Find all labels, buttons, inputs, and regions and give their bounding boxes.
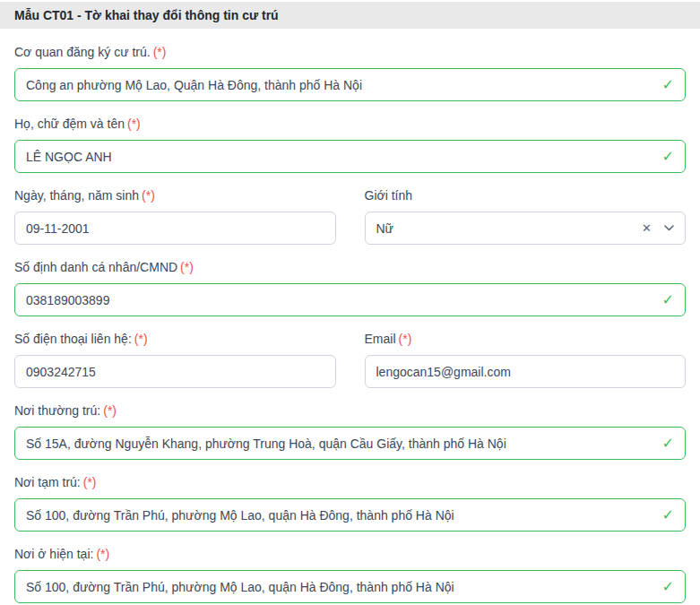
required-marker: (*) [103,403,117,418]
required-marker: (*) [83,475,97,489]
permanent-address-label: Nơi thường trú:(*) [14,402,686,420]
field-group-gender: Giới tính Nữ ✕ [365,186,687,245]
agency-label: Cơ quan đăng ký cư trú.(*) [14,43,686,62]
required-marker: (*) [153,45,167,59]
form-section-header: Mẫu CT01 - Tờ khai thay đổi thông tin cư… [0,2,700,29]
field-group-full-name: Họ, chữ đệm và tên(*) ✓ [14,115,686,173]
dob-input[interactable] [14,212,336,245]
required-marker: (*) [127,117,141,131]
full-name-label: Họ, chữ đệm và tên(*) [14,115,686,134]
field-group-permanent-address: Nơi thường trú:(*) ✓ [14,402,686,460]
current-address-label: Nơi ở hiện tại:(*) [14,545,686,564]
field-group-agency: Cơ quan đăng ký cư trú.(*) ✓ [14,43,686,101]
dob-input-wrap [14,212,336,245]
field-group-phone: Số điện thoại liên hệ:(*) [14,330,336,388]
required-marker: (*) [96,547,109,561]
required-marker: (*) [142,188,155,203]
permanent-address-input[interactable] [14,427,686,460]
clear-icon[interactable]: ✕ [642,222,652,234]
email-label: Email(*) [365,330,687,349]
required-marker: (*) [180,260,194,274]
ct01-declaration-form: Mẫu CT01 - Tờ khai thay đổi thông tin cư… [0,0,700,603]
required-marker: (*) [134,332,148,346]
temporary-address-input[interactable] [14,498,686,532]
form-body: Cơ quan đăng ký cư trú.(*) ✓ Họ, chữ đệm… [0,29,700,603]
id-number-label: Số định danh cá nhân/CMND(*) [14,258,686,277]
row-dob-gender: Ngày, tháng, năm sinh(*) Giới tính Nữ ✕ [14,186,686,245]
id-number-input[interactable] [14,283,686,316]
full-name-input-wrap: ✓ [14,140,686,173]
chevron-down-icon[interactable] [664,225,674,231]
form-title: Mẫu CT01 - Tờ khai thay đổi thông tin cư… [14,8,279,22]
gender-selected-value: Nữ [376,221,643,236]
gender-select[interactable]: Nữ ✕ [365,212,687,245]
temporary-address-label: Nơi tạm trú:(*) [14,473,686,492]
permanent-address-input-wrap: ✓ [14,427,686,460]
row-phone-email: Số điện thoại liên hệ:(*) Email(*) [14,330,686,388]
temporary-address-input-wrap: ✓ [14,498,686,532]
email-input[interactable] [365,355,687,388]
field-group-dob: Ngày, tháng, năm sinh(*) [14,186,336,245]
current-address-input-wrap: ✓ [14,570,686,603]
id-number-input-wrap: ✓ [14,283,686,316]
current-address-input[interactable] [14,570,686,603]
phone-input-wrap [14,355,336,388]
field-group-current-address: Nơi ở hiện tại:(*) ✓ [14,545,686,603]
required-marker: (*) [399,332,412,346]
field-group-id-number: Số định danh cá nhân/CMND(*) ✓ [14,258,686,316]
dob-label: Ngày, tháng, năm sinh(*) [14,186,336,205]
gender-label: Giới tính [365,186,687,205]
agency-input-wrap: ✓ [14,68,686,101]
agency-input[interactable] [14,68,686,101]
phone-input[interactable] [14,355,336,388]
phone-label: Số điện thoại liên hệ:(*) [14,330,336,349]
field-group-email: Email(*) [365,330,687,388]
field-group-temporary-address: Nơi tạm trú:(*) ✓ [14,473,686,532]
email-input-wrap [365,355,687,388]
full-name-input[interactable] [14,140,686,173]
